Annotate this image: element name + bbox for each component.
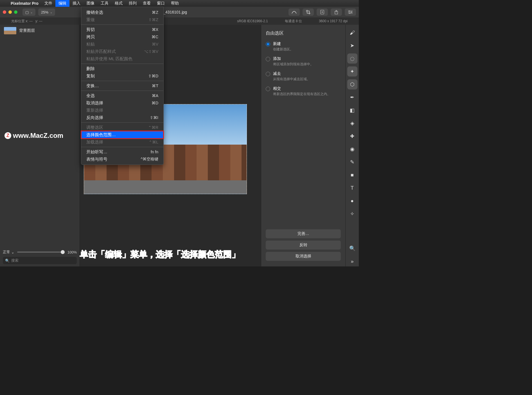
radio-icon (266, 72, 270, 76)
watermark-logo-icon: Z (4, 132, 11, 139)
menu-item-5: 粘贴⌘V (81, 41, 163, 48)
crop-icon[interactable] (303, 8, 314, 16)
menu-item-0[interactable]: 撤销全选⌘Z (81, 9, 163, 16)
panel-title: 自由选区 (266, 30, 341, 36)
menu-item-23[interactable]: 开始听写…fn fn (81, 148, 163, 156)
menu-item-16: 重新选择 (81, 107, 163, 114)
menu-item-15[interactable]: 取消选择⌘D (81, 99, 163, 107)
menu-format[interactable]: 格式 (112, 0, 126, 7)
menu-item-21: 加载选择⌃⌘L (81, 138, 163, 146)
bit-depth: 每通道 8 位 (276, 19, 310, 24)
selection-mode-option[interactable]: 新建创建新选区。 (266, 41, 341, 52)
menu-item-9[interactable]: 删除 (81, 65, 163, 72)
layers-panel: 背景图层 Z www.MacZ.com 正常 ⌄ 100% 🔍 搜索 (0, 25, 80, 266)
new-doc-icon[interactable] (317, 8, 328, 16)
color-profile: sRGB IEC61966-2.1 (229, 19, 276, 23)
zoom-value: 25% (41, 10, 48, 14)
menu-insert[interactable]: 插入 (69, 0, 84, 7)
slider-knob[interactable] (61, 250, 65, 254)
warp-tool-icon[interactable]: ◉ (347, 144, 357, 154)
image-dimensions: 3600 x 1917 72 dpi (310, 19, 356, 23)
zoom-select[interactable]: 25%⌄ (38, 8, 55, 16)
menu-item-20[interactable]: 选择颜色范围… (81, 131, 163, 138)
radio-icon (266, 57, 270, 61)
eraser-tool-icon[interactable]: ◈ (347, 118, 357, 128)
search-placeholder: 搜索 (11, 258, 19, 263)
menu-file[interactable]: 文件 (41, 0, 55, 7)
search-icon: 🔍 (5, 259, 10, 263)
ellipse-select-tool-icon[interactable]: ◌ (347, 53, 357, 64)
vector-tool-icon[interactable]: ✎ (347, 157, 357, 167)
color-picker-icon[interactable] (288, 8, 300, 16)
opacity-slider[interactable] (17, 252, 65, 253)
layer-row[interactable]: 背景图层 (0, 25, 80, 37)
settings-icon[interactable] (345, 8, 356, 16)
menu-item-3[interactable]: 剪切⌘X (81, 26, 163, 33)
effects-tool-icon[interactable]: ✧ (347, 209, 357, 219)
tutorial-caption: 单击「编辑」菜单，选择「选择颜色范围」 (80, 249, 240, 260)
tool-rail: 🖌 ➤ ◌ ✦ ⬡ ✒ ◧ ◈ ✚ ◉ ✎ ■ T ● ✧ 🔍 » (345, 25, 359, 266)
menu-arrange[interactable]: 排列 (126, 0, 140, 7)
titlebar-right (288, 8, 356, 16)
blend-mode-select[interactable]: 正常 ⌄ (3, 250, 14, 255)
workspace: 背景图层 Z www.MacZ.com 正常 ⌄ 100% 🔍 搜索 自由选 (0, 25, 359, 266)
menu-item-6: 粘贴并匹配样式⌥⇧⌘V (81, 48, 163, 55)
svg-point-2 (349, 11, 350, 12)
layer-name: 背景图层 (19, 28, 35, 33)
layers-footer: 正常 ⌄ 100% 🔍 搜索 (0, 247, 80, 266)
selection-mode-option[interactable]: 减去从现有选择中减去区域。 (266, 71, 341, 82)
blend-row: 正常 ⌄ 100% (3, 250, 77, 255)
refine-button[interactable]: 完善… (266, 229, 341, 238)
titlebar: ▢⌄ 25%⌄ 159_4316101.jpg (0, 7, 359, 17)
menu-item-17[interactable]: 反向选择⇧⌘I (81, 114, 163, 121)
menu-item-7: 粘贴并使用 ML 匹配颜色 (81, 55, 163, 62)
type-tool-icon[interactable]: T (347, 183, 357, 193)
infobar: 光标位置 x: --- y: --- sRGB IEC61966-2.1 每通道… (0, 17, 359, 25)
selection-mode-option[interactable]: 相交将新选区的界限限定在现有选区之内。 (266, 86, 341, 96)
window-controls (3, 10, 17, 14)
more-tools-icon[interactable]: » (347, 256, 357, 266)
radio-icon (266, 42, 270, 46)
opacity-value: 100% (67, 250, 77, 254)
zoom-tool-icon[interactable]: 🔍 (347, 243, 357, 253)
share-icon[interactable] (331, 8, 342, 16)
sidebar-toggle[interactable]: ▢⌄ (22, 8, 35, 16)
gradient-tool-icon[interactable]: ◧ (347, 105, 357, 115)
invert-button[interactable]: 反转 (266, 241, 341, 250)
menu-view[interactable]: 查看 (140, 0, 154, 7)
lasso-tool-icon[interactable]: ⬡ (347, 79, 357, 89)
menu-help[interactable]: 帮助 (168, 0, 182, 7)
radio-icon (266, 87, 270, 91)
shape-tool-icon[interactable]: ■ (347, 170, 357, 180)
minimize-icon[interactable] (8, 10, 12, 14)
heal-tool-icon[interactable]: ✚ (347, 131, 357, 141)
brush-tool-icon[interactable]: 🖌 (347, 28, 357, 38)
menu-item-24[interactable]: 表情与符号^⌘空格键 (81, 156, 163, 163)
image-street (84, 180, 247, 194)
menu-item-12[interactable]: 变换…⌘T (81, 82, 163, 89)
color-tool-icon[interactable]: ● (347, 196, 357, 206)
menu-item-1: 重做⇧⌘Z (81, 16, 163, 23)
cursor-position: 光标位置 x: --- y: --- (3, 19, 51, 24)
right-panel: 自由选区 新建创建新选区。添加将区域添加到现有选择中。减去从现有选择中减去区域。… (261, 25, 345, 266)
menu-edit[interactable]: 编辑 (55, 0, 69, 7)
deselect-button[interactable]: 取消选择 (266, 252, 341, 261)
menu-image[interactable]: 图像 (84, 0, 98, 7)
svg-point-3 (351, 12, 352, 13)
menu-window[interactable]: 窗口 (154, 0, 168, 7)
menu-item-4[interactable]: 拷贝⌘C (81, 33, 163, 41)
arrow-tool-icon[interactable]: ➤ (347, 41, 357, 51)
selection-mode-option[interactable]: 添加将区域添加到现有选择中。 (266, 56, 341, 67)
menu-item-14[interactable]: 全选⌘A (81, 92, 163, 99)
edit-menu-dropdown: 撤销全选⌘Z重做⇧⌘Z剪切⌘X拷贝⌘C粘贴⌘V粘贴并匹配样式⌥⇧⌘V粘贴并使用 … (81, 7, 164, 165)
layer-thumbnail (4, 27, 16, 34)
menu-tools[interactable]: 工具 (98, 0, 112, 7)
app-name[interactable]: Pixelmator Pro (8, 1, 41, 6)
pen-tool-icon[interactable]: ✒ (347, 92, 357, 102)
watermark: Z www.MacZ.com (4, 132, 63, 140)
magic-wand-tool-icon[interactable]: ✦ (347, 66, 357, 77)
maximize-icon[interactable] (14, 10, 17, 14)
menu-item-10[interactable]: 复制⇧⌘D (81, 72, 163, 80)
close-icon[interactable] (3, 10, 6, 14)
layers-search[interactable]: 🔍 搜索 (3, 257, 77, 264)
